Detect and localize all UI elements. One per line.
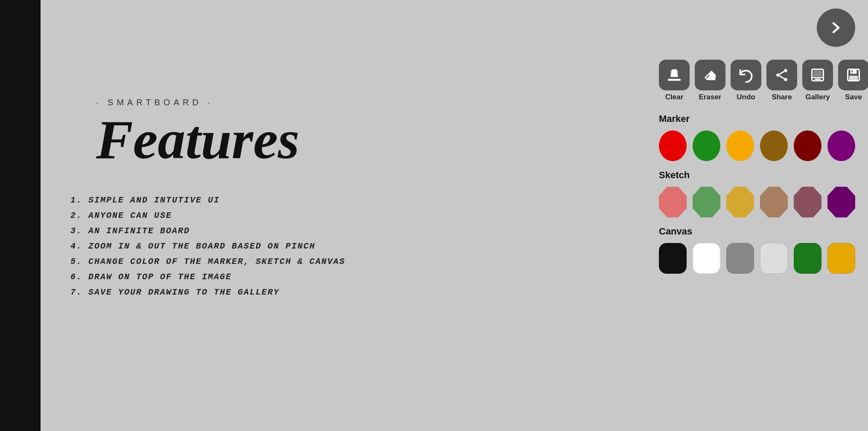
canvas-title: Canvas xyxy=(659,226,855,237)
canvas-section: Canvas xyxy=(659,226,855,274)
canvas-color-2[interactable] xyxy=(693,243,720,274)
gallery-icon xyxy=(810,67,825,83)
right-panel: Clear Eraser Undo xyxy=(646,0,868,431)
clear-icon-bg xyxy=(659,60,690,90)
marker-color-3[interactable] xyxy=(726,130,754,161)
share-label: Share xyxy=(772,93,792,101)
feature-item-2: 2. ANYONE CAN USE xyxy=(70,208,345,223)
gallery-icon-bg xyxy=(802,60,833,90)
undo-label: Undo xyxy=(737,93,755,101)
sketch-section: Sketch xyxy=(659,170,855,217)
svg-rect-1 xyxy=(670,71,679,72)
sketch-color-6[interactable] xyxy=(827,187,855,217)
svg-line-6 xyxy=(780,76,784,79)
page-title: Features xyxy=(96,111,345,167)
save-label: Save xyxy=(845,93,862,101)
toolbar: Clear Eraser Undo xyxy=(659,60,855,101)
svg-point-4 xyxy=(784,78,787,81)
forward-button[interactable] xyxy=(817,9,855,47)
eraser-icon xyxy=(702,67,718,83)
sketch-color-3[interactable] xyxy=(726,187,754,217)
svg-rect-12 xyxy=(851,69,857,74)
canvas-color-1[interactable] xyxy=(659,243,687,274)
marker-color-4[interactable] xyxy=(760,130,788,161)
feature-item-6: 6. DRAW ON TOP OF THE IMAGE xyxy=(70,269,345,284)
share-icon xyxy=(774,67,789,83)
share-button[interactable]: Share xyxy=(766,60,797,101)
svg-line-5 xyxy=(780,71,784,74)
marker-color-row xyxy=(659,130,855,161)
svg-rect-0 xyxy=(668,79,681,81)
sketch-title: Sketch xyxy=(659,170,855,181)
marker-color-6[interactable] xyxy=(827,130,855,161)
svg-point-3 xyxy=(776,73,780,77)
feature-item-4: 4. ZOOM IN & OUT THE BOARD BASED ON PINC… xyxy=(70,238,345,254)
marker-color-2[interactable] xyxy=(693,130,720,161)
feature-item-5: 5. CHANGE COLOR OF THE MARKER, SKETCH & … xyxy=(70,254,345,269)
sketch-color-row xyxy=(659,187,855,217)
canvas-color-row xyxy=(659,243,855,274)
svg-point-2 xyxy=(784,69,787,72)
feature-item-7: 7. SAVE YOUR DRAWING TO THE GALLERY xyxy=(70,284,345,300)
marker-section: Marker xyxy=(659,113,855,161)
chevron-right-icon xyxy=(828,20,844,35)
feature-item-1: 1. SIMPLE AND INTUTIVE UI xyxy=(70,192,345,208)
marker-color-5[interactable] xyxy=(794,130,821,161)
undo-icon-bg xyxy=(731,60,761,90)
canvas-color-4[interactable] xyxy=(760,243,788,274)
gallery-label: Gallery xyxy=(805,93,830,101)
marker-title: Marker xyxy=(659,113,855,124)
canvas-color-3[interactable] xyxy=(726,243,754,274)
canvas-color-5[interactable] xyxy=(794,243,821,274)
marker-color-1[interactable] xyxy=(659,130,687,161)
save-icon xyxy=(846,67,861,83)
feature-item-3: 3. AN INFINITE BOARD xyxy=(70,223,345,238)
left-content: · SMARTBOARD · Features 1. SIMPLE AND IN… xyxy=(96,97,345,300)
sidebar xyxy=(0,0,41,431)
subtitle: · SMARTBOARD · xyxy=(96,97,345,107)
sketch-color-2[interactable] xyxy=(693,187,720,217)
sketch-color-1[interactable] xyxy=(659,187,687,217)
svg-rect-8 xyxy=(813,71,822,77)
eraser-label: Eraser xyxy=(699,93,722,101)
eraser-button[interactable]: Eraser xyxy=(695,60,725,101)
gallery-button[interactable]: Gallery xyxy=(802,60,833,101)
clear-icon xyxy=(667,67,682,83)
clear-label: Clear xyxy=(665,93,684,101)
sketch-color-4[interactable] xyxy=(760,187,788,217)
undo-icon xyxy=(738,67,754,83)
eraser-icon-bg xyxy=(695,60,725,90)
share-icon-bg xyxy=(766,60,797,90)
undo-button[interactable]: Undo xyxy=(731,60,761,101)
save-icon-bg xyxy=(838,60,868,90)
svg-rect-14 xyxy=(852,71,853,73)
svg-rect-13 xyxy=(849,76,858,81)
sketch-color-5[interactable] xyxy=(794,187,821,217)
features-list: 1. SIMPLE AND INTUTIVE UI2. ANYONE CAN U… xyxy=(70,192,345,300)
save-button[interactable]: Save xyxy=(838,60,868,101)
canvas-color-6[interactable] xyxy=(827,243,855,274)
svg-rect-10 xyxy=(815,78,821,80)
clear-button[interactable]: Clear xyxy=(659,60,690,101)
main-content: · SMARTBOARD · Features 1. SIMPLE AND IN… xyxy=(41,0,646,431)
